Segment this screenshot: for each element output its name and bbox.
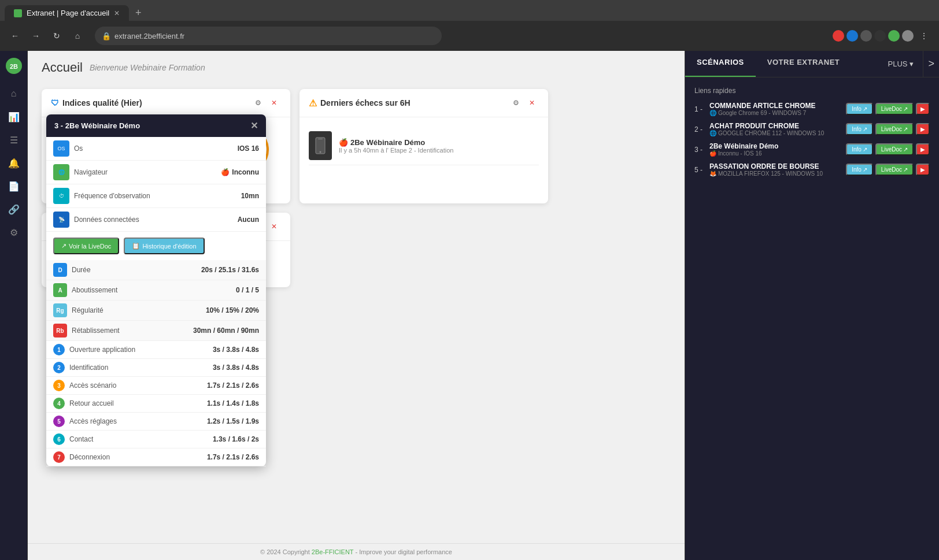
- lien-livedoc-button-5[interactable]: LiveDoc ↗: [875, 164, 914, 176]
- extension-btn-1[interactable]: [833, 30, 844, 42]
- lien-livedoc-button-1[interactable]: LiveDoc ↗: [875, 103, 914, 115]
- extension-btn-3[interactable]: [860, 30, 872, 42]
- tab-scenarios[interactable]: SCÉNARIOS: [685, 51, 756, 77]
- tab-more[interactable]: PLUS ▾: [879, 51, 923, 77]
- lien-info-button-5[interactable]: Info ↗: [846, 164, 873, 176]
- badge-rg: Rg: [53, 303, 67, 317]
- popup-data-icon: 📡: [53, 212, 69, 228]
- lien-info-button-3[interactable]: Info ↗: [846, 143, 873, 155]
- sidebar-item-settings[interactable]: ⚙: [3, 222, 24, 243]
- arrow-icon: ↗: [863, 106, 867, 112]
- quality-settings-button[interactable]: ⚙: [251, 96, 265, 110]
- popup-step-4: 4 Retour accueil 1.1s / 1.4s / 1.8s: [46, 395, 266, 413]
- failures-settings-button[interactable]: ⚙: [509, 96, 523, 110]
- lien-name-3: 2Be Wébinaire Démo: [709, 142, 842, 150]
- quality-icon: 🛡: [51, 98, 59, 107]
- failure-details: 🍎 2Be Wébinaire Démo Il y a 5h 40mn à l'…: [339, 138, 453, 154]
- popup-body: OS Os IOS 16 🌐 Navigateur 🍎 Inconnu ⏱ Fr…: [46, 137, 266, 466]
- lien-livedoc-button-2[interactable]: LiveDoc ↗: [875, 123, 914, 135]
- tab-bar: Extranet | Page d'accueil ✕ +: [0, 0, 939, 21]
- quality-widget-actions: ⚙ ✕: [251, 96, 281, 110]
- lien-red-button-1[interactable]: ▶: [916, 103, 930, 115]
- step-num-5: 5: [53, 416, 65, 427]
- lien-info-button-1[interactable]: Info ↗: [846, 103, 873, 115]
- tab-extranet[interactable]: VOTRE EXTRANET: [756, 51, 851, 77]
- lien-actions-3: Info ↗ LiveDoc ↗ ▶: [846, 143, 930, 155]
- metric-regularite-value: 10% / 15% / 20%: [206, 306, 259, 314]
- popup-step-1: 1 Ouverture application 3s / 3.8s / 4.8s: [46, 341, 266, 359]
- refresh-button[interactable]: ↻: [49, 28, 65, 44]
- new-tab-button[interactable]: +: [130, 5, 146, 21]
- popup-close-button[interactable]: ✕: [250, 120, 258, 131]
- lien-red-button-2[interactable]: ▶: [916, 123, 930, 135]
- address-bar[interactable]: 🔒 extranet.2befficient.fr: [95, 27, 442, 45]
- sidebar-item-list[interactable]: ☰: [3, 129, 24, 150]
- extension-btn-4[interactable]: [874, 30, 886, 42]
- popup-browser-icon: 🌐: [53, 164, 69, 180]
- home-button[interactable]: ⌂: [69, 28, 86, 44]
- lien-details-2: ACHAT PRODUIT CHROME 🌐 GOOGLE CHROME 112…: [709, 122, 842, 136]
- step-num-3: 3: [53, 380, 65, 391]
- popup-metric-retablissement: Rb Rétablissement 30mn / 60mn / 90mn: [46, 321, 266, 341]
- sidebar-item-share[interactable]: 🔗: [3, 199, 24, 220]
- lien-sub-1: 🌐 Google Chrome 69 - WINDOWS 7: [709, 110, 842, 116]
- step-num-4: 4: [53, 398, 65, 409]
- lien-details-1: COMMANDE ARTICLE CHROME 🌐 Google Chrome …: [709, 102, 842, 116]
- right-panel: SCÉNARIOS VOTRE EXTRANET PLUS ▾ > Liens …: [685, 51, 939, 560]
- metric-retablissement-label: Rétablissement: [72, 327, 193, 335]
- extension-btn-5[interactable]: [888, 30, 900, 42]
- popup-browser-label: Navigateur: [74, 168, 221, 176]
- livedoc-icon: ↗: [61, 242, 66, 250]
- lien-item-2: 2 - ACHAT PRODUIT CHROME 🌐 GOOGLE CHROME…: [694, 122, 930, 136]
- sidebar-item-home[interactable]: ⌂: [3, 83, 24, 104]
- forward-button[interactable]: →: [28, 28, 44, 44]
- page-header: Accueil Bienvenue Webinaire Formation: [28, 51, 685, 80]
- left-sidebar: 2B ⌂ 📊 ☰ 🔔 📄 🔗 ⚙: [0, 51, 28, 560]
- extension-btn-2[interactable]: [846, 30, 858, 42]
- popup-metric-aboutissement: A Aboutissement 0 / 1 / 5: [46, 280, 266, 301]
- metric-aboutissement-label: Aboutissement: [72, 286, 236, 294]
- arrow-icon: ↗: [903, 166, 908, 173]
- back-button[interactable]: ←: [7, 28, 23, 44]
- badge-a: A: [53, 283, 67, 297]
- popup-history-button[interactable]: 📋 Historique d'édition: [124, 238, 204, 254]
- failures-widget-body: 🍎 2Be Wébinaire Démo Il y a 5h 40mn à l'…: [300, 117, 548, 175]
- lien-num-3: 3 -: [694, 146, 706, 154]
- arrow-icon: ↗: [903, 146, 908, 153]
- footer-link[interactable]: 2Be-FFICIENT: [312, 548, 354, 555]
- lien-livedoc-button-3[interactable]: LiveDoc ↗: [875, 143, 914, 155]
- step-label-6: Contact: [69, 435, 213, 443]
- popup-step-7: 7 Déconnexion 1.7s / 2.1s / 2.6s: [46, 448, 266, 466]
- sidebar-item-docs[interactable]: 📄: [3, 176, 24, 196]
- popup-row-browser: 🌐 Navigateur 🍎 Inconnu: [46, 161, 266, 184]
- failures-widget-actions: ⚙ ✕: [509, 96, 539, 110]
- failures-close-button[interactable]: ✕: [525, 96, 539, 110]
- lien-actions-1: Info ↗ LiveDoc ↗ ▶: [846, 103, 930, 115]
- failures-widget-title: ⚠ Derniers échecs sur 6H: [309, 98, 504, 109]
- quality-close-button[interactable]: ✕: [267, 96, 281, 110]
- active-tab[interactable]: Extranet | Page d'accueil ✕: [5, 5, 129, 21]
- right-panel-expand-button[interactable]: >: [923, 51, 939, 77]
- lien-red-button-5[interactable]: ▶: [916, 164, 930, 176]
- browser-controls: ← → ↻ ⌂ 🔒 extranet.2befficient.fr ⋮: [0, 21, 939, 51]
- extension-btn-6[interactable]: [902, 30, 914, 42]
- popup-step-3: 3 Accès scénario 1.7s / 2.1s / 2.6s: [46, 377, 266, 395]
- arrow-icon: ↗: [903, 126, 908, 132]
- popup-step-6: 6 Contact 1.3s / 1.6s / 2s: [46, 431, 266, 448]
- lien-name-2: ACHAT PRODUIT CHROME: [709, 122, 842, 130]
- lien-red-button-3[interactable]: ▶: [916, 143, 930, 155]
- sidebar-item-chart[interactable]: 📊: [3, 106, 24, 127]
- warning-icon: ⚠: [309, 98, 317, 109]
- app-footer: © 2024 Copyright 2Be-FFICIENT - Improve …: [28, 543, 685, 560]
- availability-close-button[interactable]: ✕: [267, 220, 281, 233]
- arrow-icon: ↗: [863, 166, 867, 173]
- tab-close-button[interactable]: ✕: [114, 9, 120, 17]
- arrow-icon: ↗: [903, 106, 908, 112]
- popup-livedoc-button[interactable]: ↗ Voir la LiveDoc: [53, 238, 119, 254]
- svg-text:2B: 2B: [9, 63, 17, 70]
- extensions-button[interactable]: ⋮: [916, 28, 932, 44]
- sidebar-item-alert[interactable]: 🔔: [3, 153, 24, 173]
- lien-info-button-2[interactable]: Info ↗: [846, 123, 873, 135]
- failure-item-1: 🍎 2Be Wébinaire Démo Il y a 5h 40mn à l'…: [309, 127, 539, 165]
- popup-actions: ↗ Voir la LiveDoc 📋 Historique d'édition: [46, 232, 266, 260]
